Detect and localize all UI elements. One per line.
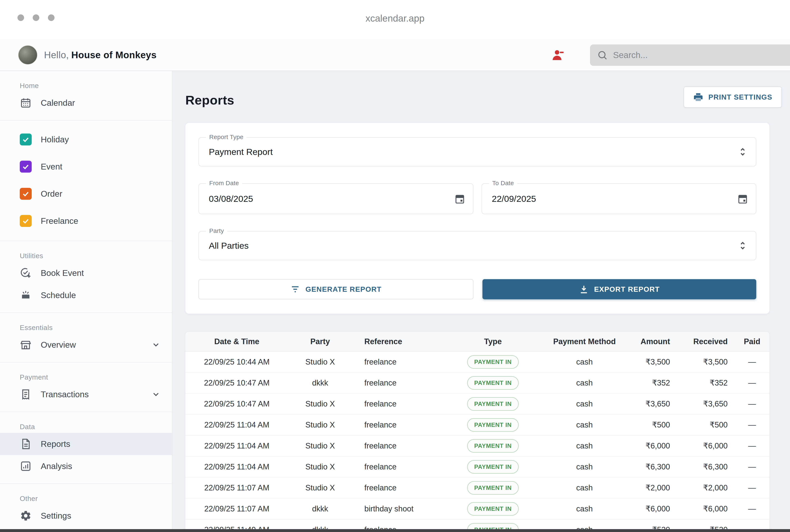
cell-party: Studio X	[288, 462, 352, 471]
sidebar-item-overview[interactable]: Overview	[0, 334, 172, 356]
column-header: Payment Method	[541, 337, 628, 346]
cell-method: cash	[541, 379, 628, 387]
cell-reference: birthday shoot	[352, 505, 445, 513]
table-row[interactable]: 22/09/25 11:04 AM Studio X freelance PAY…	[185, 415, 769, 436]
event-checkbox-checked[interactable]	[20, 161, 32, 173]
export-report-label: EXPORT REPORT	[594, 285, 660, 293]
table-row[interactable]: 22/09/25 11:07 AM dkkk birthday shoot PA…	[185, 498, 769, 519]
search-bar[interactable]	[590, 44, 790, 66]
payment-in-badge: PAYMENT IN	[467, 481, 519, 495]
print-settings-button[interactable]: PRINT SETTINGS	[683, 87, 782, 108]
print-settings-label: PRINT SETTINGS	[708, 93, 772, 101]
cell-received: ₹500	[677, 420, 735, 429]
table-header-row: Date & Time Party Reference Type Payment…	[185, 332, 769, 352]
calendar-icon[interactable]	[737, 193, 748, 205]
table-row[interactable]: 22/09/25 10:47 AM Studio X freelance PAY…	[185, 394, 769, 415]
cell-type: PAYMENT IN	[445, 502, 541, 515]
sidebar-section-payment: Payment	[0, 368, 172, 383]
storefront-icon	[20, 339, 32, 351]
generate-report-button[interactable]: GENERATE REPORT	[198, 279, 474, 299]
cell-datetime: 22/09/25 11:07 AM	[185, 483, 288, 492]
report-type-value: Payment Report	[209, 147, 273, 157]
cell-type: PAYMENT IN	[445, 355, 541, 369]
report-type-select[interactable]: Report Type Payment Report	[198, 137, 756, 167]
filter-holiday[interactable]: Holiday	[0, 126, 172, 153]
sidebar-item-reports[interactable]: Reports	[0, 433, 172, 455]
sidebar-item-label: Book Event	[41, 268, 84, 278]
sidebar-item-label: Transactions	[41, 390, 89, 399]
cell-amount: ₹500	[628, 420, 677, 429]
to-date-input[interactable]: To Date 22/09/2025	[482, 183, 756, 214]
window-titlebar: xcalendar.app	[0, 0, 790, 39]
download-icon	[579, 284, 589, 294]
sidebar-group-essentials: Essentials Overview	[0, 313, 172, 362]
filter-icon	[290, 284, 300, 294]
page-title: Reports	[185, 93, 234, 108]
sidebar-group-filters: Holiday Event Order Freelance	[0, 120, 172, 241]
gear-icon	[20, 510, 32, 522]
sidebar-group-other: Other Settings Print Settings	[0, 484, 172, 532]
to-date-value: 22/09/2025	[492, 194, 536, 204]
filter-order[interactable]: Order	[0, 180, 172, 207]
sidebar-item-settings[interactable]: Settings	[0, 505, 172, 527]
cell-datetime: 22/09/25 11:04 AM	[185, 462, 288, 471]
to-date-label: To Date	[489, 179, 517, 187]
freelance-checkbox-checked[interactable]	[20, 215, 32, 227]
calendar-icon[interactable]	[454, 193, 466, 205]
sidebar-item-schedule[interactable]: Schedule	[0, 284, 172, 306]
filter-label: Order	[41, 189, 62, 199]
from-date-label: From Date	[206, 179, 242, 187]
cell-party: Studio X	[288, 358, 352, 366]
sidebar-item-transactions[interactable]: Transactions	[0, 383, 172, 405]
cell-paid: —	[735, 400, 769, 408]
column-header: Received	[677, 337, 735, 346]
column-header: Paid	[735, 337, 769, 346]
cell-reference: freelance	[352, 420, 445, 429]
column-header: Reference	[352, 337, 445, 346]
from-date-input[interactable]: From Date 03/08/2025	[198, 183, 474, 214]
table-row[interactable]: 22/09/25 10:44 AM Studio X freelance PAY…	[185, 352, 769, 373]
printer-icon	[693, 92, 704, 102]
cell-reference: freelance	[352, 462, 445, 471]
export-report-button[interactable]: EXPORT REPORT	[482, 279, 756, 299]
cell-method: cash	[541, 441, 628, 450]
filter-event[interactable]: Event	[0, 153, 172, 180]
account-name: House of Monkeys	[71, 50, 157, 60]
document-icon	[20, 438, 32, 450]
sidebar-item-book-event[interactable]: Book Event	[0, 262, 172, 284]
schedule-icon	[20, 289, 32, 301]
payment-in-badge: PAYMENT IN	[467, 502, 519, 515]
cell-received: ₹6,300	[677, 462, 735, 471]
filter-freelance[interactable]: Freelance	[0, 207, 172, 234]
app-header: Hello,House of Monkeys	[0, 39, 790, 71]
sidebar: Home Calendar Holiday Event	[0, 71, 172, 532]
order-checkbox-checked[interactable]	[20, 188, 32, 200]
sidebar-item-label: Reports	[41, 439, 70, 449]
cell-amount: ₹3,650	[628, 399, 677, 408]
cell-reference: freelance	[352, 379, 445, 387]
table-row[interactable]: 22/09/25 11:07 AM Studio X freelance PAY…	[185, 477, 769, 498]
person-remove-icon[interactable]	[552, 49, 565, 62]
sidebar-section-utilities: Utilities	[0, 246, 172, 262]
avatar[interactable]	[18, 45, 37, 64]
cell-method: cash	[541, 420, 628, 429]
table-row[interactable]: 22/09/25 11:04 AM Studio X freelance PAY…	[185, 456, 769, 477]
filter-label: Holiday	[41, 135, 69, 145]
cell-paid: —	[735, 505, 769, 513]
sidebar-item-calendar[interactable]: Calendar	[0, 92, 172, 114]
cell-datetime: 22/09/25 11:04 AM	[185, 420, 288, 429]
search-input[interactable]	[613, 50, 783, 60]
sidebar-item-analysis[interactable]: Analysis	[0, 455, 172, 477]
cell-paid: —	[735, 379, 769, 387]
table-row[interactable]: 22/09/25 11:04 AM Studio X freelance PAY…	[185, 436, 769, 456]
holiday-checkbox-checked[interactable]	[20, 134, 32, 146]
column-header: Party	[288, 337, 352, 346]
cell-received: ₹352	[677, 378, 735, 387]
table-row[interactable]: 22/09/25 10:47 AM dkkk freelance PAYMENT…	[185, 373, 769, 394]
cell-party: Studio X	[288, 420, 352, 429]
payment-in-badge: PAYMENT IN	[467, 397, 519, 411]
app-window: xcalendar.app Hello,House of Monkeys Hom…	[0, 0, 790, 532]
chevron-down-icon	[151, 390, 160, 399]
party-select[interactable]: Party All Parties	[198, 231, 756, 260]
cell-received: ₹6,000	[677, 504, 735, 513]
